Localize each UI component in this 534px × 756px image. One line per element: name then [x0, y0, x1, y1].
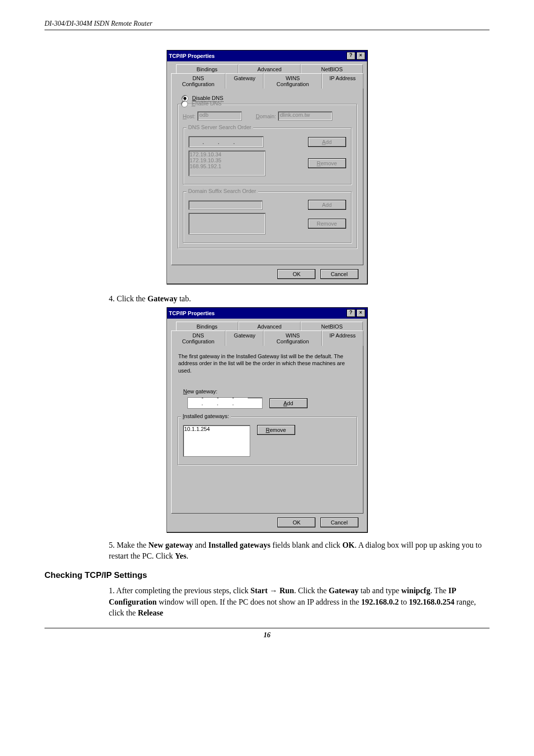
radio-icon — [181, 100, 188, 107]
checking-tcpip-heading: Checking TCP/IP Settings — [44, 570, 490, 580]
titlebar[interactable]: TCP/IP Properties ? × — [167, 308, 367, 319]
close-button[interactable]: × — [356, 52, 365, 60]
suffix-remove-button: Remove — [308, 219, 346, 229]
dns-server-search-order-group: DNS Server Search Order ... Add 172 — [183, 128, 352, 185]
tab-netbios[interactable]: NetBIOS — [301, 64, 363, 74]
tab-wins-configuration[interactable]: WINS Configuration — [264, 73, 322, 89]
tab-advanced[interactable]: Advanced — [238, 64, 301, 74]
dns-remove-button: Remove — [308, 158, 346, 168]
installed-gateways-group: Installed gateways: 10.1.1.254 Remove — [178, 417, 357, 465]
gateway-remove-button[interactable]: Remove — [257, 425, 295, 435]
close-button[interactable]: × — [356, 309, 365, 317]
domain-label: Domain: — [256, 113, 276, 119]
help-button[interactable]: ? — [347, 52, 356, 60]
help-button[interactable]: ? — [347, 309, 356, 317]
enable-dns-group: Enable DNS Host: odb Domain: dlink.com.t… — [178, 104, 357, 248]
tab-dns-configuration[interactable]: DNS Configuration — [171, 331, 226, 346]
enable-dns-radio[interactable]: Enable DNS — [181, 100, 352, 107]
domain-suffix-search-order-group: Domain Suffix Search Order Add Remove — [183, 191, 352, 243]
suffix-list — [188, 213, 266, 235]
group-label: Installed gateways: — [181, 413, 231, 419]
tab-ip-address[interactable]: IP Address — [322, 73, 363, 89]
tab-wins-configuration[interactable]: WINS Configuration — [264, 331, 322, 346]
cancel-button[interactable]: Cancel — [320, 518, 358, 527]
checking-step-1: 1. After completing the previous steps, … — [109, 585, 490, 618]
page-number: 16 — [44, 631, 490, 639]
dns-add-button: Add — [308, 137, 346, 147]
tab-bindings[interactable]: Bindings — [176, 64, 238, 74]
ok-button[interactable]: OK — [277, 518, 315, 527]
tab-gateway[interactable]: Gateway — [225, 73, 264, 89]
new-gateway-input[interactable]: ... — [187, 397, 263, 409]
tab-ip-address[interactable]: IP Address — [322, 331, 363, 346]
tab-dns-configuration[interactable]: DNS Configuration — [171, 73, 226, 89]
titlebar[interactable]: TCP/IP Properties ? × — [167, 50, 367, 61]
host-input: odb — [197, 111, 242, 121]
footer-rule — [44, 628, 490, 628]
dns-ip-input: ... — [188, 136, 264, 147]
group-label: Domain Suffix Search Order — [186, 188, 258, 194]
suffix-input — [188, 200, 263, 210]
suffix-add-button: Add — [308, 200, 346, 210]
tab-netbios[interactable]: NetBIOS — [301, 322, 363, 331]
dns-list: 172.19.10.34 172.19.10.35 168.95.192.1 — [188, 150, 266, 176]
tcpip-properties-dialog-2: TCP/IP Properties ? × Bindings Advanced … — [167, 307, 368, 533]
step-4-text: 4. Click the Gateway tab. — [109, 293, 490, 304]
page-header: DI-304/DI-304M ISDN Remote Router — [44, 20, 490, 28]
group-label: DNS Server Search Order — [186, 124, 254, 130]
tab-advanced[interactable]: Advanced — [238, 322, 301, 331]
tcpip-properties-dialog-1: TCP/IP Properties ? × Bindings Advanced … — [167, 50, 368, 284]
tab-bindings[interactable]: Bindings — [176, 322, 238, 331]
step-5-text: 5. Make the New gateway and Installed ga… — [109, 540, 490, 562]
gateway-instructions: The first gateway in the Installed Gatew… — [178, 351, 357, 380]
cancel-button[interactable]: Cancel — [320, 269, 358, 279]
host-label: Host: — [183, 113, 196, 119]
domain-input: dlink.com.tw — [278, 111, 332, 121]
dialog-title: TCP/IP Properties — [169, 53, 346, 59]
installed-gateways-list[interactable]: 10.1.1.254 — [183, 425, 250, 457]
tab-gateway[interactable]: Gateway — [225, 331, 264, 346]
dialog-title: TCP/IP Properties — [169, 310, 346, 316]
new-gateway-label: New gateway: — [183, 388, 357, 394]
header-rule — [44, 30, 490, 30]
gateway-add-button[interactable]: Add — [269, 398, 308, 408]
ok-button[interactable]: OK — [277, 269, 315, 279]
